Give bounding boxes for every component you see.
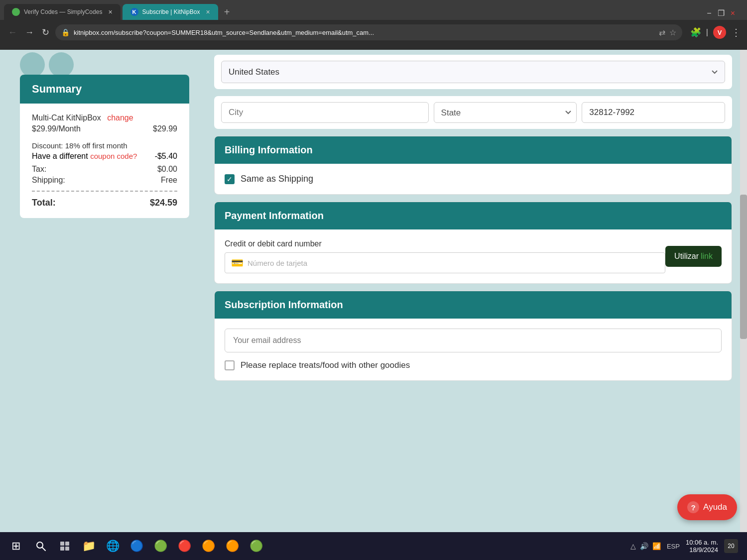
taskbar-edge[interactable]: 🌐 bbox=[102, 535, 124, 557]
summary-tax-value: $0.00 bbox=[157, 165, 177, 174]
forward-button[interactable]: → bbox=[23, 25, 36, 40]
window-controls: − ❐ × bbox=[707, 8, 743, 20]
new-tab-button[interactable]: + bbox=[220, 4, 234, 20]
card-icon: 💳 bbox=[231, 257, 244, 269]
summary-product-row: Multi-Cat KitNipBox change bbox=[32, 113, 177, 122]
notification-icon[interactable]: △ bbox=[630, 542, 636, 550]
summary-total-label: Total: bbox=[32, 198, 56, 208]
tab-simpycodes-close[interactable]: × bbox=[108, 8, 112, 16]
tab-kitnipbox[interactable]: K Subscribe | KitNipBox × bbox=[123, 4, 218, 20]
taskbar-search[interactable] bbox=[30, 535, 52, 557]
summary-discount-label: Discount: 18% off first month bbox=[32, 141, 177, 150]
billing-section: Billing Information ✓ Same as Shipping bbox=[214, 136, 732, 195]
menu-icon[interactable]: ⋮ bbox=[731, 26, 741, 38]
network-icon[interactable]: 📶 bbox=[652, 542, 661, 550]
taskbar-app5[interactable]: 🟢 bbox=[245, 535, 267, 557]
volume-icon[interactable]: 🔊 bbox=[640, 542, 648, 550]
taskbar-app3[interactable]: 🟠 bbox=[197, 535, 219, 557]
change-link[interactable]: change bbox=[107, 113, 133, 122]
simpycodes-favicon bbox=[12, 8, 20, 16]
user-avatar[interactable]: V bbox=[713, 26, 726, 39]
svg-point-0 bbox=[37, 542, 43, 548]
taskbar-taskview[interactable] bbox=[54, 535, 76, 557]
scrollbar[interactable] bbox=[740, 50, 747, 532]
bookmark-icon[interactable]: ☆ bbox=[669, 28, 676, 37]
summary-total-row: Total: $24.59 bbox=[32, 198, 177, 208]
minimize-button[interactable]: − bbox=[707, 9, 711, 18]
taskbar-app2[interactable]: 🔴 bbox=[173, 535, 195, 557]
main-content: United States Canada United Kingdom Aust… bbox=[209, 50, 747, 532]
address-bar[interactable]: 🔒 kitnipbox.com/subscribe?coupon=SUMMER1… bbox=[55, 24, 682, 40]
scroll-thumb[interactable] bbox=[740, 195, 747, 339]
summary-tax-label: Tax: bbox=[32, 165, 46, 174]
summary-shipping-value: Free bbox=[161, 176, 177, 185]
close-window-button[interactable]: × bbox=[731, 9, 735, 18]
partial-top-icons bbox=[20, 60, 189, 70]
tab-bar: Verify Codes — SimplyCodes × K Subscribe… bbox=[0, 0, 747, 20]
start-button[interactable]: ⊞ bbox=[4, 534, 28, 558]
summary-coupon-row: Have a different coupon code? -$5.40 bbox=[32, 152, 177, 161]
country-select[interactable]: United States Canada United Kingdom Aust… bbox=[221, 61, 725, 83]
back-button[interactable]: ← bbox=[6, 25, 19, 40]
kitnipbox-favicon: K bbox=[130, 8, 138, 16]
windows-logo-icon: ⊞ bbox=[11, 540, 20, 553]
billing-header: Billing Information bbox=[215, 136, 732, 164]
payment-section: Payment Information Credit or debit card… bbox=[214, 202, 732, 284]
treats-label: Please replace treats/food with other go… bbox=[241, 360, 410, 370]
svg-rect-5 bbox=[65, 547, 69, 551]
summary-price-value: $29.99 bbox=[153, 124, 177, 133]
subscription-section: Subscription Information Please replace … bbox=[214, 291, 732, 381]
taskbar-files[interactable]: 📁 bbox=[78, 535, 100, 557]
tab-simpycodes-label: Verify Codes — SimplyCodes bbox=[24, 8, 102, 15]
ayuda-icon: ? bbox=[687, 501, 699, 513]
city-state-zip-row: State ALAKAZAR CACOCTDE FLGAHIID ILINIAK… bbox=[214, 96, 732, 129]
card-label: Credit or debit card number bbox=[225, 239, 665, 248]
same-as-shipping-label: Same as Shipping bbox=[241, 174, 313, 184]
profile-icon[interactable]: | bbox=[706, 28, 708, 37]
taskbar-app1[interactable]: 🟢 bbox=[149, 535, 171, 557]
address-bar-row: ← → ↻ 🔒 kitnipbox.com/subscribe?coupon=S… bbox=[0, 20, 747, 45]
partial-icon-left bbox=[20, 52, 45, 77]
search-icon bbox=[35, 541, 46, 552]
email-input[interactable] bbox=[225, 329, 722, 352]
ayuda-label: Ayuda bbox=[703, 502, 727, 512]
tab-simpycodes[interactable]: Verify Codes — SimplyCodes × bbox=[4, 4, 121, 20]
same-as-shipping-row: ✓ Same as Shipping bbox=[225, 174, 722, 184]
ayuda-button[interactable]: ? Ayuda bbox=[677, 494, 737, 520]
notification-count-badge[interactable]: 20 bbox=[724, 539, 738, 553]
taskview-icon bbox=[59, 541, 70, 552]
subscription-body: Please replace treats/food with other go… bbox=[215, 319, 732, 380]
tab-kitnipbox-close[interactable]: × bbox=[206, 8, 210, 16]
partial-icon-right bbox=[49, 52, 74, 77]
maximize-button[interactable]: ❐ bbox=[718, 8, 725, 18]
treats-checkbox[interactable] bbox=[225, 360, 235, 370]
refresh-button[interactable]: ↻ bbox=[40, 25, 51, 40]
utilizar-link-button[interactable]: Utilizar link bbox=[665, 246, 722, 267]
summary-box: Summary Multi-Cat KitNipBox change $29.9… bbox=[20, 75, 189, 218]
browser-extra-icons: 🧩 | V ⋮ bbox=[686, 26, 741, 39]
state-select[interactable]: State ALAKAZAR CACOCTDE FLGAHIID ILINIAK… bbox=[434, 102, 577, 123]
summary-price-row: $29.99/Month $29.99 bbox=[32, 124, 177, 133]
same-as-shipping-checkbox[interactable]: ✓ bbox=[225, 174, 235, 184]
card-input-row: Credit or debit card number 💳 Número de … bbox=[225, 239, 722, 273]
summary-coupon-label: Have a different bbox=[32, 152, 88, 160]
lock-icon: 🔒 bbox=[61, 28, 70, 36]
summary-coupon-value: -$5.40 bbox=[155, 152, 177, 161]
utilizar-label: Utilizar bbox=[674, 252, 699, 261]
utilizar-link-text: link bbox=[701, 252, 713, 261]
summary-total-value: $24.59 bbox=[150, 198, 177, 208]
billing-body: ✓ Same as Shipping bbox=[215, 164, 732, 194]
translate-icon[interactable]: ⇄ bbox=[659, 28, 665, 37]
taskbar-app4[interactable]: 🟠 bbox=[221, 535, 243, 557]
taskbar-chrome1[interactable]: 🔵 bbox=[125, 535, 147, 557]
zip-input[interactable] bbox=[582, 102, 725, 123]
summary-header: Summary bbox=[20, 75, 189, 104]
extensions-icon[interactable]: 🧩 bbox=[690, 27, 701, 38]
svg-rect-4 bbox=[60, 547, 64, 551]
summary-coupon-link[interactable]: coupon code? bbox=[90, 152, 137, 160]
date-display: 18/9/2024 bbox=[686, 546, 718, 554]
city-input[interactable] bbox=[221, 102, 429, 123]
payment-body: Credit or debit card number 💳 Número de … bbox=[215, 229, 732, 283]
card-number-field[interactable]: 💳 Número de tarjeta bbox=[225, 252, 665, 273]
payment-header: Payment Information bbox=[215, 202, 732, 229]
